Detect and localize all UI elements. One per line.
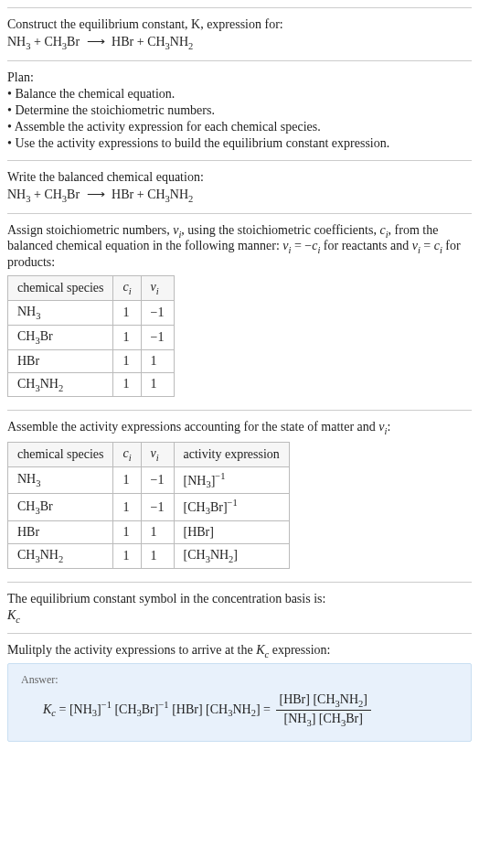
a4-nh-sub: 2 (59, 554, 63, 564)
section-balanced: Write the balanced chemical equation: NH… (7, 160, 472, 213)
b-arrow-icon: ⟶ (87, 187, 105, 202)
stoich-text: Assign stoichiometric numbers, νi, using… (7, 223, 472, 271)
b-plus-1: + (30, 188, 44, 201)
a4-exp-b: NH (210, 548, 229, 562)
b-ch3nh2-b: NH (170, 188, 188, 201)
cell-nui: 1 (141, 520, 174, 543)
den1b: ] (312, 712, 319, 725)
section-prompt: Construct the equilibrium constant, K, e… (7, 7, 472, 60)
activity-title: Assemble the activity expressions accoun… (7, 420, 472, 436)
stoich-table: chemical species ci νi NH3 1 −1 CH3Br 1 … (7, 275, 175, 397)
cell-nui: 1 (141, 543, 174, 568)
b-ch3br-b: Br (67, 188, 80, 201)
th2-nu-sub: i (156, 453, 159, 463)
ans-p2b: Br] (142, 702, 159, 716)
b-ch3nh2-sub2: 2 (188, 194, 193, 204)
a2-exp-a: [CH (184, 500, 206, 514)
plan-bullet-4: • Use the activity expressions to build … (7, 136, 472, 151)
r2-ch: CH (17, 329, 35, 343)
th-activity: activity expression (174, 443, 289, 467)
cell-activity: [CH3NH2] (174, 543, 289, 568)
cell-ci: 1 (113, 466, 141, 493)
a1-nh-sub: 3 (36, 478, 40, 488)
section-kc-symbol: The equilibrium constant symbol in the c… (7, 582, 472, 634)
th-ci: ci (113, 443, 141, 467)
num2b: NH (340, 692, 358, 706)
table-row: HBr 1 1 [HBr] (8, 520, 290, 543)
st-rel2b: = (420, 239, 434, 252)
a2-exp-b: Br] (210, 500, 228, 514)
r4-nh: NH (40, 377, 59, 391)
answer-fraction: [HBr] [CH3NH2][NH3] [CH3Br] (276, 692, 371, 728)
st-rel1b: = − (291, 239, 312, 252)
r1-nh-sub: 3 (36, 311, 40, 321)
b-ch3br-a: CH (44, 188, 61, 201)
cell-ci: 1 (113, 349, 141, 372)
th-nu-sub: i (156, 286, 159, 296)
r4-ch: CH (17, 377, 35, 391)
a1-nh: NH (17, 472, 36, 486)
fraction-denominator: [NH3] [CH3Br] (276, 711, 371, 728)
mult-t1: Mulitply the activity expressions to arr… (7, 643, 256, 657)
kc-symbol: Kc (7, 608, 472, 625)
den2a: [CH (319, 712, 341, 725)
cell-nui: 1 (141, 372, 174, 397)
answer-label: Answer: (21, 673, 458, 687)
th-species: chemical species (8, 443, 113, 467)
mult-t2: expression: (269, 643, 330, 657)
b-ch3nh2-a: CH (147, 188, 165, 201)
plus-1: + (30, 35, 44, 48)
ans-eq1: = (56, 702, 69, 716)
plus-2: + (133, 35, 147, 48)
hbr: HBr (112, 35, 133, 48)
act-colon: : (387, 420, 390, 434)
table-row: NH3 1 −1 [NH3]−1 (8, 466, 290, 493)
balanced-title: Write the balanced chemical equation: (7, 170, 472, 185)
cell-ci: 1 (113, 300, 141, 325)
num2a: [CH (313, 692, 335, 706)
a4-nh: NH (40, 548, 59, 562)
table-row: CH3NH2 1 1 [CH3NH2] (8, 543, 290, 568)
ch3nh2-a: CH (147, 35, 165, 48)
st-t1: Assign stoichiometric numbers, (7, 223, 173, 237)
r2-br: Br (40, 329, 53, 343)
kc-sub: c (16, 614, 20, 624)
a1-exp-a: [NH (184, 474, 207, 488)
ans-p4a: [CH (206, 702, 228, 716)
den2b: Br] (346, 712, 363, 725)
cell-species: HBr (8, 520, 113, 543)
cell-activity: [HBr] (174, 520, 289, 543)
st-t2: , using the stoichiometric coefficients, (181, 223, 379, 237)
r4-nh-sub: 2 (59, 382, 63, 392)
den1a: [NH (284, 712, 307, 725)
fraction-numerator: [HBr] [CH3NH2] (276, 692, 371, 711)
table-row: CH3Br 1 −1 [CH3Br]−1 (8, 494, 290, 520)
table-row: HBr 1 1 (8, 349, 175, 372)
cell-species: NH3 (8, 300, 113, 325)
plan-bullet-2: • Determine the stoichiometric numbers. (7, 103, 472, 118)
a2-ch: CH (17, 499, 35, 513)
cell-nui: −1 (141, 300, 174, 325)
answer-equation: Kc = [NH3]−1 [CH3Br]−1 [HBr] [CH3NH2] = … (21, 692, 458, 728)
cell-species: NH3 (8, 466, 113, 493)
b-hbr: HBr (112, 188, 133, 201)
th-species: chemical species (8, 276, 113, 301)
cell-species: CH3Br (8, 494, 113, 520)
section-stoich: Assign stoichiometric numbers, νi, using… (7, 213, 472, 411)
plan-bullet-1: • Balance the chemical equation. (7, 87, 472, 102)
a2-exp-sup: −1 (228, 498, 238, 508)
section-plan: Plan: • Balance the chemical equation. •… (7, 60, 472, 160)
a1-exp-sup: −1 (215, 471, 225, 481)
section-activity: Assemble the activity expressions accoun… (7, 410, 472, 581)
ans-p2a: [CH (114, 702, 136, 716)
b-plus-2: + (133, 188, 147, 201)
cell-nui: −1 (141, 466, 174, 493)
prompt-title-text: Construct the equilibrium constant, K, e… (7, 17, 283, 31)
a2-br: Br (40, 499, 53, 513)
ans-kc: K (43, 702, 51, 716)
a4-ch: CH (17, 548, 35, 562)
a4-exp-c: ] (233, 548, 238, 562)
kc-title: The equilibrium constant symbol in the c… (7, 592, 472, 606)
cell-species: CH3Br (8, 325, 113, 349)
th-ci: ci (113, 276, 141, 301)
